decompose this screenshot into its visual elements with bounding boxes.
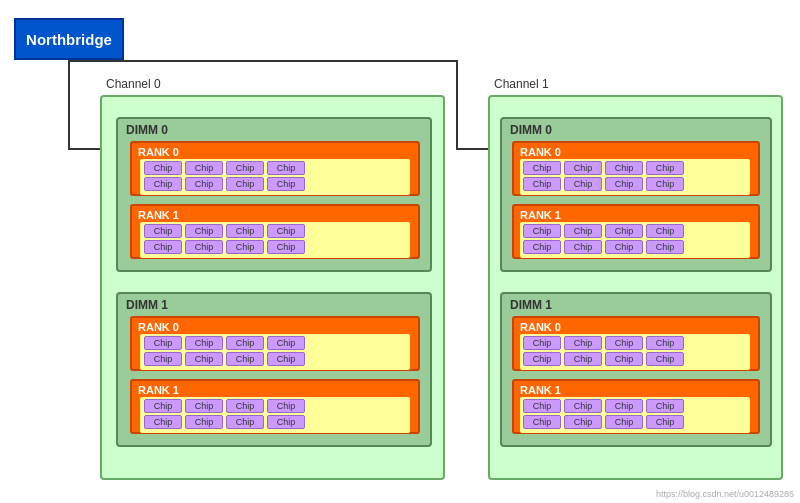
- chip: Chip: [267, 336, 305, 350]
- chip: Chip: [144, 336, 182, 350]
- ch1-d1-r1-chips-area: Chip Chip Chip Chip Chip Chip Chip Chip: [520, 397, 750, 433]
- ch1-d1-r1-row1: Chip Chip Chip Chip: [523, 399, 684, 413]
- chip: Chip: [523, 224, 561, 238]
- chip: Chip: [267, 399, 305, 413]
- ch0-d1-r0-row2: Chip Chip Chip Chip: [144, 352, 305, 366]
- chip: Chip: [605, 240, 643, 254]
- chip: Chip: [267, 224, 305, 238]
- ch1-d0-r1-row2: Chip Chip Chip Chip: [523, 240, 684, 254]
- chip: Chip: [523, 415, 561, 429]
- ch1-dimm1: DIMM 1 RANK 0 Chip Chip Chip Chip Chip C…: [500, 292, 772, 447]
- ch1-d1-r0-row2: Chip Chip Chip Chip: [523, 352, 684, 366]
- chip: Chip: [144, 161, 182, 175]
- ch0-d0-r0-chips-area: Chip Chip Chip Chip Chip Chip Chip Chip: [140, 159, 410, 195]
- ch0-d0-r1-chips-area: Chip Chip Chip Chip Chip Chip Chip Chip: [140, 222, 410, 258]
- ch1-d0-r1-chips-area: Chip Chip Chip Chip Chip Chip Chip Chip: [520, 222, 750, 258]
- chip: Chip: [523, 336, 561, 350]
- chip: Chip: [646, 224, 684, 238]
- chip: Chip: [646, 161, 684, 175]
- ch0-dimm1: DIMM 1 RANK 0 Chip Chip Chip Chip Chip C…: [116, 292, 432, 447]
- chip: Chip: [646, 352, 684, 366]
- chip: Chip: [523, 161, 561, 175]
- nb-line-top-right: [68, 60, 458, 62]
- northbridge-box: Northbridge: [14, 18, 124, 60]
- chip: Chip: [605, 177, 643, 191]
- chip: Chip: [226, 177, 264, 191]
- ch1-dimm1-rank1-label: RANK 1: [520, 384, 561, 396]
- chip: Chip: [605, 399, 643, 413]
- chip: Chip: [144, 240, 182, 254]
- chip: Chip: [523, 399, 561, 413]
- channel-0-container: Channel 0 DIMM 0 RANK 0 Chip Chip Chip C…: [100, 95, 445, 480]
- url-text: https://blog.csdn.net/u0012489285: [656, 489, 794, 499]
- chip: Chip: [185, 224, 223, 238]
- chip: Chip: [564, 240, 602, 254]
- ch0-dimm0-label: DIMM 0: [126, 123, 168, 137]
- chip: Chip: [523, 352, 561, 366]
- chip: Chip: [564, 224, 602, 238]
- chip: Chip: [564, 161, 602, 175]
- chip: Chip: [185, 336, 223, 350]
- ch1-dimm0-rank1-label: RANK 1: [520, 209, 561, 221]
- chip: Chip: [185, 177, 223, 191]
- ch0-dimm0-rank1-label: RANK 1: [138, 209, 179, 221]
- chip: Chip: [226, 352, 264, 366]
- chip: Chip: [144, 399, 182, 413]
- ch0-d1-r0-row1: Chip Chip Chip Chip: [144, 336, 305, 350]
- ch1-dimm0: DIMM 0 RANK 0 Chip Chip Chip Chip Chip C…: [500, 117, 772, 272]
- chip: Chip: [605, 415, 643, 429]
- chip: Chip: [267, 161, 305, 175]
- ch1-dimm1-rank1: RANK 1 Chip Chip Chip Chip Chip Chip Chi…: [512, 379, 760, 434]
- ch0-d1-r1-chips-area: Chip Chip Chip Chip Chip Chip Chip Chip: [140, 397, 410, 433]
- ch0-dimm1-rank0-label: RANK 0: [138, 321, 179, 333]
- ch1-dimm0-label: DIMM 0: [510, 123, 552, 137]
- ch0-dimm1-rank1: RANK 1 Chip Chip Chip Chip Chip Chip Chi…: [130, 379, 420, 434]
- chip: Chip: [185, 161, 223, 175]
- ch0-dimm0-rank1: RANK 1 Chip Chip Chip Chip Chip Chip Chi…: [130, 204, 420, 259]
- channel-1-label: Channel 1: [494, 77, 549, 91]
- chip: Chip: [646, 415, 684, 429]
- ch1-dimm1-rank0-label: RANK 0: [520, 321, 561, 333]
- ch1-d0-r0-row2: Chip Chip Chip Chip: [523, 177, 684, 191]
- ch1-d0-r0-row1: Chip Chip Chip Chip: [523, 161, 684, 175]
- chip: Chip: [185, 415, 223, 429]
- chip: Chip: [267, 177, 305, 191]
- chip: Chip: [144, 224, 182, 238]
- chip: Chip: [564, 399, 602, 413]
- chip: Chip: [523, 177, 561, 191]
- ch1-d0-r0-chips-area: Chip Chip Chip Chip Chip Chip Chip Chip: [520, 159, 750, 195]
- chip: Chip: [564, 415, 602, 429]
- ch1-d1-r0-row1: Chip Chip Chip Chip: [523, 336, 684, 350]
- chip: Chip: [185, 240, 223, 254]
- chip: Chip: [523, 240, 561, 254]
- ch1-dimm1-rank0: RANK 0 Chip Chip Chip Chip Chip Chip Chi…: [512, 316, 760, 371]
- ch0-dimm0-rank0: RANK 0 Chip Chip Chip Chip Chip Chip Chi…: [130, 141, 420, 196]
- chip: Chip: [185, 399, 223, 413]
- ch1-dimm0-rank0-label: RANK 0: [520, 146, 561, 158]
- chip: Chip: [144, 352, 182, 366]
- ch1-dimm0-rank0: RANK 0 Chip Chip Chip Chip Chip Chip Chi…: [512, 141, 760, 196]
- ch0-d0-r1-row2: Chip Chip Chip Chip: [144, 240, 305, 254]
- ch1-d0-r1-row1: Chip Chip Chip Chip: [523, 224, 684, 238]
- ch0-d1-r1-row2: Chip Chip Chip Chip: [144, 415, 305, 429]
- ch1-dimm0-rank1: RANK 1 Chip Chip Chip Chip Chip Chip Chi…: [512, 204, 760, 259]
- chip: Chip: [564, 336, 602, 350]
- chip: Chip: [267, 415, 305, 429]
- nb-line-down: [68, 60, 70, 150]
- chip: Chip: [605, 336, 643, 350]
- chip: Chip: [605, 161, 643, 175]
- chip: Chip: [226, 161, 264, 175]
- ch0-dimm1-label: DIMM 1: [126, 298, 168, 312]
- chip: Chip: [144, 415, 182, 429]
- channel-0-label: Channel 0: [106, 77, 161, 91]
- ch0-d0-r1-row1: Chip Chip Chip Chip: [144, 224, 305, 238]
- ch1-d1-r0-chips-area: Chip Chip Chip Chip Chip Chip Chip Chip: [520, 334, 750, 370]
- ch1-d1-r1-row2: Chip Chip Chip Chip: [523, 415, 684, 429]
- chip: Chip: [267, 240, 305, 254]
- chip: Chip: [144, 177, 182, 191]
- chip: Chip: [226, 224, 264, 238]
- chip: Chip: [605, 224, 643, 238]
- chip: Chip: [605, 352, 643, 366]
- chip: Chip: [564, 352, 602, 366]
- nb-line-down-ch1: [456, 60, 458, 150]
